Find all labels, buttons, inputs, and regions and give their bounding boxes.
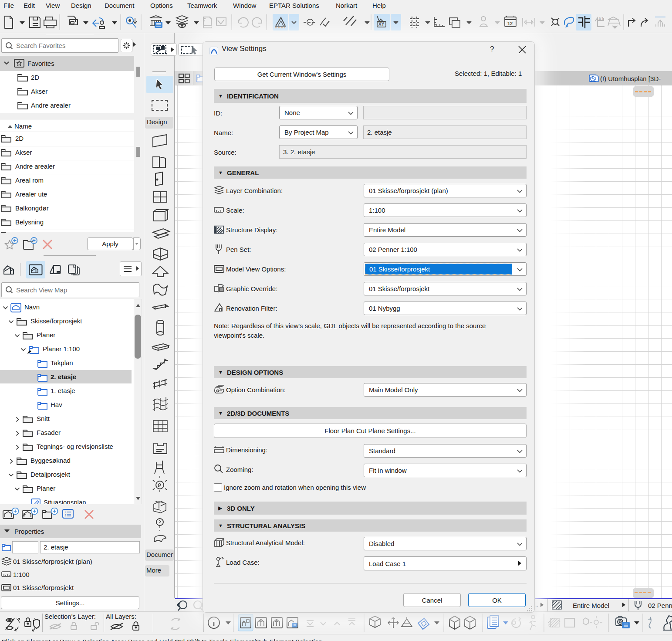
svg-text:XY: XY bbox=[378, 22, 385, 27]
svg-text:12: 12 bbox=[507, 21, 513, 26]
svg-text:A1: A1 bbox=[598, 17, 604, 21]
